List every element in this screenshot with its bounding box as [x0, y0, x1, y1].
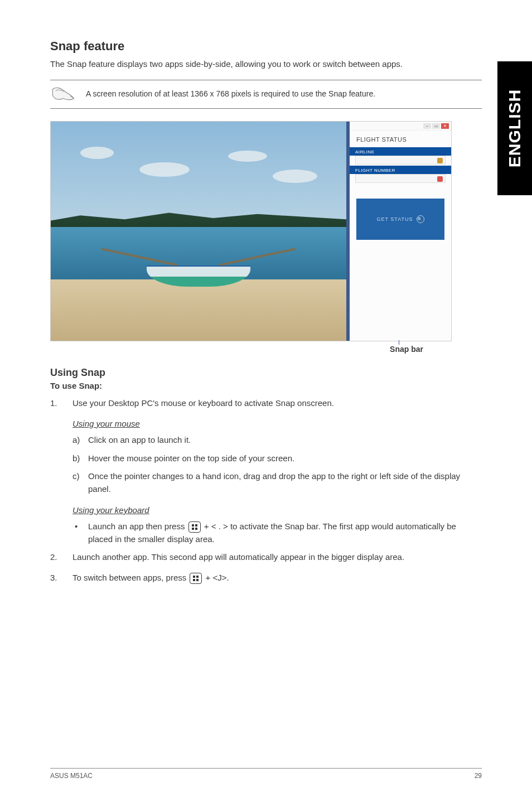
to-use-snap-title: To use Snap: [50, 381, 482, 390]
maximize-button[interactable]: ▭ [432, 123, 440, 129]
mouse-step-a: Click on an app to launch it. [72, 434, 482, 447]
section-title: Snap feature [50, 39, 482, 54]
search-icon: 🔍 [417, 215, 424, 223]
note-box: A screen resolution of at least 1366 x 7… [50, 80, 482, 109]
section-intro: The Snap feature displays two apps side-… [50, 58, 482, 70]
note-hand-icon [50, 86, 76, 103]
flight-number-label: FLIGHT NUMBER [350, 166, 451, 174]
airline-label: AIRLINE [350, 147, 451, 156]
kb-step-pre: Launch an app then press [88, 521, 187, 531]
footer-model: ASUS M51AC [50, 772, 93, 780]
app-header: FLIGHT STATUS [350, 131, 451, 147]
mouse-step-c: Once the pointer changes to a hand icon,… [72, 470, 482, 495]
get-status-label: GET STATUS [376, 216, 413, 222]
using-mouse-title: Using your mouse [72, 419, 482, 428]
snap-screenshot: – ▭ ✕ FLIGHT STATUS AIRLINE FLIGHT NUMBE… [50, 121, 452, 341]
main-steps-list-cont: Launch another app. This second app will… [50, 551, 482, 584]
note-text: A screen resolution of at least 1366 x 7… [86, 89, 375, 100]
mouse-step-b: Hover the mouse pointer on the top side … [72, 452, 482, 465]
main-steps-list: Use your Desktop PC's mouse or keyboard … [50, 397, 482, 409]
windows-key-icon [188, 521, 201, 533]
using-keyboard-title: Using your keyboard [72, 505, 482, 515]
step-1: Use your Desktop PC's mouse or keyboard … [50, 397, 482, 409]
photo-app-pane [51, 122, 346, 341]
step-2: Launch another app. This second app will… [50, 551, 482, 563]
keyboard-steps-list: Launch an app then press + < . > to acti… [50, 520, 482, 545]
page-footer: ASUS M51AC 29 [50, 768, 482, 780]
mouse-steps-list: Click on an app to launch it. Hover the … [50, 434, 482, 495]
using-snap-title: Using Snap [50, 367, 482, 379]
step-3-post: + <J>. [203, 573, 229, 582]
step-3-pre: To switch between apps, press [72, 573, 188, 582]
footer-page-number: 29 [475, 772, 482, 780]
get-status-button[interactable]: GET STATUS 🔍 [356, 199, 444, 240]
step-3: To switch between apps, press + <J>. [50, 572, 482, 584]
airline-input[interactable] [355, 156, 446, 165]
close-button[interactable]: ✕ [441, 123, 449, 129]
flight-number-input[interactable] [355, 174, 446, 183]
page-content: Snap feature The Snap feature displays t… [0, 0, 532, 615]
windows-key-icon [190, 573, 202, 584]
keyboard-step-1: Launch an app then press + < . > to acti… [72, 520, 482, 545]
flight-status-app-pane: – ▭ ✕ FLIGHT STATUS AIRLINE FLIGHT NUMBE… [350, 122, 451, 341]
minimize-button[interactable]: – [423, 123, 431, 129]
app-titlebar: – ▭ ✕ [350, 122, 451, 131]
snap-bar-caption: Snap bar [50, 345, 482, 354]
